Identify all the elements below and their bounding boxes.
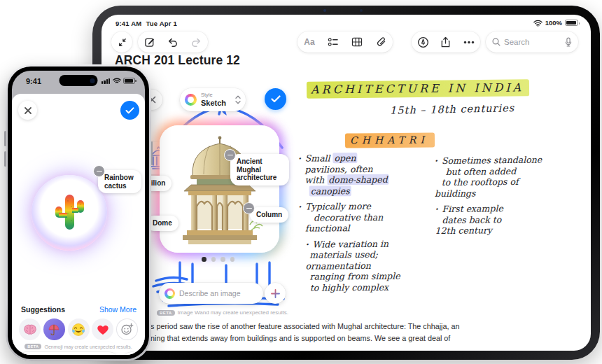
redo-icon[interactable] <box>186 37 206 48</box>
aa-label: Aa <box>304 37 314 47</box>
battery-icon <box>565 20 578 26</box>
describe-image-input[interactable] <box>179 289 258 298</box>
tag-ancient-mughal[interactable]: Ancient Mughal architecture <box>230 154 289 186</box>
note-line: 12th century <box>435 224 582 237</box>
volume-up-button <box>4 131 6 146</box>
beta-badge: BETA <box>24 344 41 349</box>
person-avatar-button[interactable] <box>122 352 142 355</box>
accept-genmoji-button[interactable] <box>120 101 139 120</box>
note-line: pavilions, often <box>304 163 434 175</box>
style-ring-icon <box>185 94 197 106</box>
undo-icon[interactable] <box>162 37 183 48</box>
handwritten-subheading: 15th – 18th centuries <box>390 102 514 116</box>
note-line: decorative than <box>314 211 435 223</box>
describe-image-field <box>159 283 263 304</box>
dot[interactable] <box>220 257 225 262</box>
search-input[interactable] <box>504 38 561 46</box>
body-line: s period saw the rise of another feature… <box>150 321 591 332</box>
note-line: ornamentation <box>305 260 435 272</box>
more-ellipsis-icon[interactable] <box>458 41 479 44</box>
markup-pencil-icon[interactable] <box>412 36 433 48</box>
note-body-text: s period saw the rise of another feature… <box>150 321 591 344</box>
style-label: Style <box>201 92 226 98</box>
mic-icon[interactable] <box>565 37 572 47</box>
remove-tag-button[interactable] <box>243 202 255 214</box>
attachment-icon[interactable] <box>370 37 391 48</box>
image-wand-beta-note: BETA Image Wand may create unexpected re… <box>149 309 296 316</box>
beta-badge: BETA <box>157 310 175 316</box>
dot[interactable] <box>230 257 235 262</box>
dot[interactable] <box>211 257 216 262</box>
collapse-icon[interactable] <box>111 37 132 48</box>
rainbow-cactus-genmoji <box>51 192 88 233</box>
iphone-screen: 9:41 <box>12 71 145 355</box>
close-icon <box>24 106 32 115</box>
heading-highlight: ARCHITECTURE IN INDIA <box>307 79 529 98</box>
search-icon <box>492 38 500 46</box>
note-line: functional <box>305 222 435 234</box>
note-line: to highly complex <box>310 281 435 293</box>
generated-image-card[interactable] <box>160 125 279 253</box>
signal-icon <box>102 78 110 84</box>
toolbar-format-group: Aa <box>298 31 393 52</box>
add-image-button[interactable] <box>265 283 286 304</box>
genmoji-suggestions-row <box>19 318 138 340</box>
handwritten-section-title: CHHATRI <box>345 134 435 146</box>
ipad-screen: 9:41 AMTue Apr 1 100% <box>102 15 591 351</box>
toolbar-collapse-group <box>111 31 132 52</box>
text-format-icon[interactable]: Aa <box>299 37 320 47</box>
remove-tag-button[interactable] <box>93 165 105 177</box>
marketing-canvas: 9:41 AMTue Apr 1 100% <box>0 0 602 364</box>
iphone-device: 9:41 <box>6 64 151 361</box>
handwritten-heading: ARCHITECTURE IN INDIA <box>307 80 529 96</box>
remove-tag-button[interactable] <box>224 149 236 161</box>
table-icon[interactable] <box>346 37 368 47</box>
search-field <box>486 31 578 52</box>
show-more-link[interactable]: Show More <box>99 305 136 314</box>
section-highlight: CHHATRI <box>345 132 435 148</box>
volume-down-button <box>4 151 6 167</box>
add-emoji-icon[interactable] <box>116 318 138 340</box>
power-button <box>151 141 153 165</box>
share-icon[interactable] <box>435 36 456 48</box>
accept-image-button[interactable] <box>265 88 286 110</box>
apple-intelligence-icon <box>164 288 175 299</box>
wifi-icon <box>113 78 121 84</box>
genmoji-close-button[interactable] <box>18 101 37 120</box>
image-variant-dots[interactable] <box>202 257 234 262</box>
wifi-icon <box>533 20 542 27</box>
brain-emoji[interactable] <box>19 318 41 340</box>
note-line: canopies <box>309 185 435 197</box>
note-line: with dome-shaped <box>305 174 435 186</box>
beta-text: Image Wand may create unexpected results… <box>178 309 288 316</box>
tag-column[interactable]: Column <box>250 207 288 223</box>
tag-rainbow-cactus[interactable]: Rainbow cactus <box>98 170 141 193</box>
ipad-camera <box>323 9 326 12</box>
ipad-status-right: 100% <box>533 19 578 27</box>
umbrella-genmoji[interactable] <box>43 318 65 340</box>
iphone-time: 9:41 <box>26 77 41 85</box>
style-value: Sketch <box>201 99 226 107</box>
dot[interactable] <box>202 257 206 262</box>
notes-right-column: Sometimes standalone but often added to … <box>434 154 582 237</box>
toolbar-actions-group <box>412 31 480 52</box>
laughing-emoji[interactable] <box>68 318 90 340</box>
ipad-time: 9:41 AM <box>115 20 141 27</box>
ipad-device: 9:41 AMTue Apr 1 100% <box>92 6 600 360</box>
checkmark-icon <box>271 95 281 103</box>
describe-genmoji-field <box>16 352 119 355</box>
ipad-sensor <box>360 9 363 12</box>
checklist-icon[interactable] <box>323 37 344 47</box>
genmoji-bubble <box>31 175 107 251</box>
toolbar-edit-group <box>138 31 208 52</box>
note-line: Small open <box>298 152 434 164</box>
battery-icon <box>123 78 135 84</box>
heart-emoji[interactable] <box>92 318 113 340</box>
plus-icon <box>271 289 280 298</box>
chevron-up-down-icon <box>235 95 241 104</box>
style-picker[interactable]: Style Sketch <box>180 88 246 111</box>
genmoji-beta-note: BETA Genmoji may create unexpected resul… <box>12 344 145 349</box>
chhatri-image <box>160 125 279 253</box>
genmoji-sheet: Rainbow cactus Suggestions Show More <box>12 94 145 355</box>
compose-icon[interactable] <box>139 36 160 48</box>
